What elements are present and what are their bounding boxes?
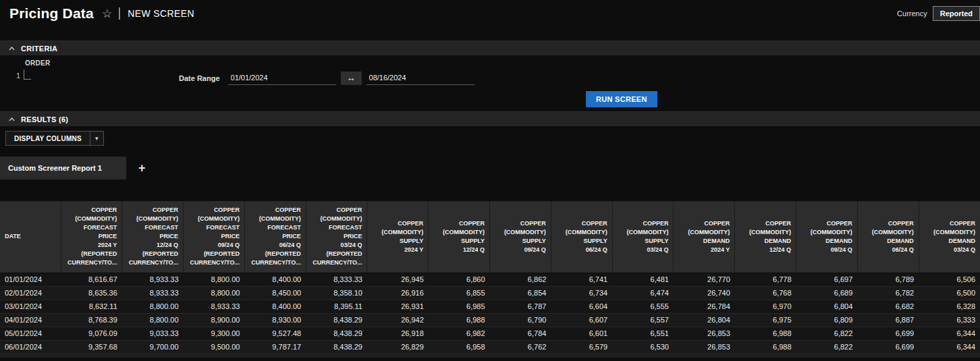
value-cell: 8,333.33 — [306, 273, 367, 286]
value-cell: 6,975 — [735, 313, 796, 327]
value-cell: 26,853 — [674, 340, 735, 354]
add-tab-icon[interactable]: + — [138, 162, 146, 174]
value-cell: 9,300.00 — [184, 327, 245, 340]
value-cell: 26,770 — [674, 273, 735, 286]
criteria-body: ORDER 1 Date Range ↔ RUN SCREEN — [0, 55, 980, 111]
collapse-criteria-icon[interactable] — [9, 47, 15, 51]
topbar-right: Currency Reported — [897, 6, 980, 21]
value-cell: 6,789 — [857, 273, 919, 286]
tab-label: Custom Screener Report 1 — [8, 164, 102, 172]
value-cell: 6,530 — [612, 340, 674, 354]
results-table-body: 01/01/20248,616.678,933.338,800.008,400.… — [0, 273, 980, 354]
value-cell: 6,804 — [796, 300, 858, 313]
column-header[interactable]: COPPER (COMMODITY) SUPPLY 09/24 Q — [490, 201, 551, 273]
value-cell: 8,800.00 — [184, 286, 245, 300]
value-cell: 6,607 — [551, 313, 612, 327]
table-row: 01/01/20248,616.678,933.338,800.008,400.… — [0, 273, 980, 286]
value-cell: 6,551 — [612, 327, 674, 340]
column-header[interactable]: COPPER (COMMODITY) DEMAND 12/24 Q — [735, 201, 796, 273]
title-divider — [119, 7, 120, 20]
value-cell: 9,700.00 — [122, 340, 184, 354]
results-table-wrap: DATECOPPER (COMMODITY) FORECAST PRICE 20… — [0, 201, 980, 358]
display-columns-caret-icon[interactable]: ▾ — [90, 132, 103, 145]
column-header[interactable]: COPPER (COMMODITY) DEMAND 03/24 Q — [919, 201, 980, 273]
order-row: 1 — [16, 70, 51, 80]
date-from-input[interactable] — [228, 72, 336, 85]
display-columns-button-group: DISPLAY COLUMNS ▾ — [5, 131, 104, 146]
results-section-title: RESULTS (6) — [21, 115, 68, 123]
display-columns-button[interactable]: DISPLAY COLUMNS — [6, 132, 90, 145]
value-cell: 6,787 — [490, 300, 551, 313]
order-handle-icon[interactable] — [24, 70, 31, 80]
column-header[interactable]: COPPER (COMMODITY) FORECAST PRICE 06/24 … — [244, 201, 306, 273]
value-cell: 8,635.36 — [61, 286, 122, 300]
report-tab-bar: Custom Screener Report 1 + — [0, 157, 980, 179]
criteria-section-title: CRITERIA — [21, 45, 57, 53]
run-screen-button[interactable]: RUN SCREEN — [586, 91, 657, 107]
date-cell: 04/01/2024 — [0, 313, 61, 327]
value-cell: 26,784 — [674, 300, 735, 313]
top-bar: Pricing Data ☆ NEW SCREEN Currency Repor… — [0, 0, 980, 27]
value-cell: 6,988 — [735, 340, 796, 354]
value-cell: 6,822 — [796, 340, 858, 354]
value-cell: 8,800.00 — [122, 300, 184, 313]
favorite-star-icon[interactable]: ☆ — [102, 7, 112, 21]
order-row-number: 1 — [16, 72, 20, 80]
screen-name-label: NEW SCREEN — [128, 8, 194, 19]
value-cell: 6,887 — [857, 313, 919, 327]
column-header[interactable]: COPPER (COMMODITY) FORECAST PRICE 12/24 … — [122, 201, 184, 273]
value-cell: 6,982 — [429, 327, 490, 340]
value-cell: 6,344 — [919, 340, 980, 354]
date-cell: 05/01/2024 — [0, 327, 61, 340]
collapse-results-icon[interactable] — [9, 117, 15, 121]
value-cell: 6,506 — [919, 273, 980, 286]
value-cell: 8,933.33 — [122, 286, 184, 300]
value-cell: 9,357.68 — [61, 340, 122, 354]
column-header[interactable]: COPPER (COMMODITY) FORECAST PRICE 03/24 … — [306, 201, 367, 273]
table-row: 05/01/20249,076.099,033.339,300.009,527.… — [0, 327, 980, 340]
order-group: ORDER 1 — [16, 59, 51, 80]
value-cell: 8,768.39 — [61, 313, 122, 327]
value-cell: 6,809 — [796, 313, 858, 327]
column-header[interactable]: COPPER (COMMODITY) SUPPLY 2024 Y — [367, 201, 429, 273]
order-label: ORDER — [25, 59, 51, 67]
value-cell: 6,689 — [796, 286, 858, 300]
column-header[interactable]: COPPER (COMMODITY) DEMAND 06/24 Q — [857, 201, 919, 273]
value-cell: 9,500.00 — [184, 340, 245, 354]
value-cell: 8,438.29 — [306, 327, 367, 340]
value-cell: 6,699 — [857, 340, 919, 354]
table-row: 06/01/20249,357.689,700.009,500.009,787.… — [0, 340, 980, 354]
value-cell: 8,800.00 — [184, 273, 245, 286]
value-cell: 6,557 — [612, 313, 674, 327]
column-header-date[interactable]: DATE — [0, 201, 61, 273]
value-cell: 6,778 — [735, 273, 796, 286]
value-cell: 8,900.00 — [184, 313, 245, 327]
swap-dates-icon[interactable]: ↔ — [341, 72, 362, 85]
value-cell: 6,822 — [796, 327, 858, 340]
date-range-label: Date Range — [179, 74, 220, 82]
value-cell: 8,933.33 — [122, 273, 184, 286]
currency-selector-button[interactable]: Reported — [933, 6, 980, 21]
currency-label: Currency — [897, 9, 927, 18]
value-cell: 8,395.11 — [306, 300, 367, 313]
column-header[interactable]: COPPER (COMMODITY) FORECAST PRICE 2024 Y… — [61, 201, 122, 273]
value-cell: 6,697 — [796, 273, 858, 286]
tab-custom-screener-report-1[interactable]: Custom Screener Report 1 — [0, 157, 126, 179]
value-cell: 26,740 — [674, 286, 735, 300]
value-cell: 6,734 — [551, 286, 612, 300]
column-header[interactable]: COPPER (COMMODITY) DEMAND 09/24 Q — [796, 201, 858, 273]
date-to-input[interactable] — [366, 72, 474, 85]
column-header[interactable]: COPPER (COMMODITY) FORECAST PRICE 09/24 … — [184, 201, 245, 273]
column-header[interactable]: COPPER (COMMODITY) DEMAND 2024 Y — [674, 201, 735, 273]
value-cell: 6,762 — [490, 340, 551, 354]
value-cell: 6,741 — [551, 273, 612, 286]
column-header[interactable]: COPPER (COMMODITY) SUPPLY 03/24 Q — [612, 201, 674, 273]
value-cell: 6,474 — [612, 286, 674, 300]
column-header[interactable]: COPPER (COMMODITY) SUPPLY 12/24 Q — [429, 201, 490, 273]
results-section-bar[interactable]: RESULTS (6) — [0, 111, 980, 126]
value-cell: 6,860 — [429, 273, 490, 286]
value-cell: 6,862 — [490, 273, 551, 286]
criteria-section-bar[interactable]: CRITERIA — [0, 40, 980, 55]
column-header[interactable]: COPPER (COMMODITY) SUPPLY 06/24 Q — [551, 201, 612, 273]
value-cell: 6,855 — [429, 286, 490, 300]
